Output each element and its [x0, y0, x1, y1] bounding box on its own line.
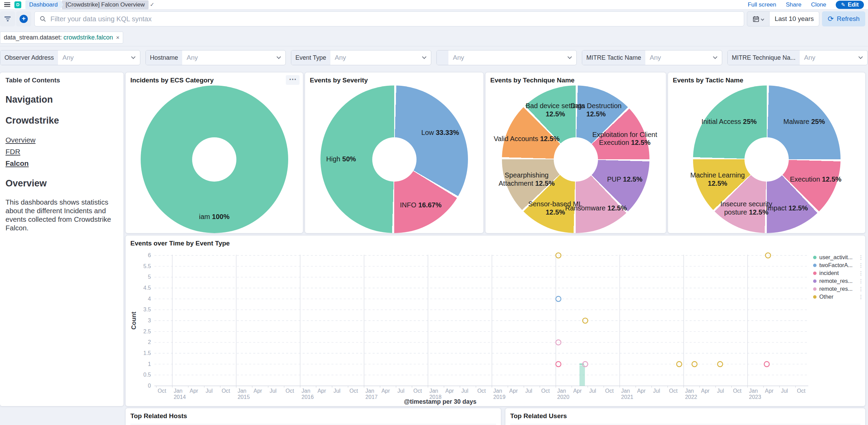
legend-label: remote_res... [819, 278, 856, 284]
control-value: Any [182, 54, 277, 61]
chevron-down-icon [713, 55, 717, 59]
svg-text:1.5: 1.5 [143, 350, 151, 356]
header-divider [0, 46, 868, 46]
control-dropdown-mitre-tactic-name[interactable]: MITRE Tactic Name Any [582, 50, 722, 65]
donut-chart[interactable]: Data Destruction 12.5%Exploitation for C… [502, 85, 649, 233]
refresh-button[interactable]: ⟳ Refresh [822, 11, 865, 26]
svg-text:Jan: Jan [621, 388, 630, 394]
control-dropdown-event-type[interactable]: Event Type Any [291, 50, 431, 65]
svg-text:Apr: Apr [317, 388, 326, 394]
svg-text:Jan: Jan [302, 388, 310, 394]
legend-item-remoteres[interactable]: remote_res... ⋮ [813, 285, 863, 293]
svg-text:1: 1 [148, 361, 151, 367]
svg-text:Jan: Jan [493, 388, 502, 394]
breadcrumb-dashboard[interactable]: Dashboard [25, 0, 63, 9]
svg-text:Jan: Jan [749, 388, 758, 394]
legend-actions-icon[interactable]: ⋮ [858, 294, 863, 300]
control-label: Event Type [291, 50, 330, 65]
svg-text:Jul: Jul [781, 388, 788, 394]
legend-actions-icon[interactable]: ⋮ [858, 262, 863, 268]
svg-text:Oct: Oct [605, 388, 614, 394]
control-value: Any [800, 54, 859, 61]
svg-text:Jan: Jan [237, 388, 246, 394]
svg-text:Apr: Apr [701, 388, 710, 394]
remove-filter-icon[interactable]: × [116, 34, 119, 41]
add-filter-button[interactable]: + [16, 11, 31, 26]
toc-link-fdr[interactable]: FDR [5, 147, 118, 156]
legend-item-twofactora[interactable]: twoFactorA... ⋮ [813, 261, 863, 269]
full-screen-link[interactable]: Full screen [748, 1, 776, 8]
legend-actions-icon[interactable]: ⋮ [858, 270, 863, 276]
svg-text:2023: 2023 [749, 394, 761, 400]
control-dropdown-hostname[interactable]: Hostname Any [145, 50, 286, 65]
svg-text:2022: 2022 [685, 394, 697, 400]
legend-actions-icon[interactable]: ⋮ [858, 278, 863, 284]
svg-text:Count: Count [130, 312, 137, 330]
divider [130, 424, 496, 424]
control-dropdown-3[interactable]: Any [436, 50, 577, 65]
chevron-down-icon [131, 55, 136, 59]
svg-text:2021: 2021 [621, 394, 633, 400]
legend-item-remoteres[interactable]: remote_res... ⋮ [813, 277, 863, 285]
events-over-time-chart[interactable]: 00.511.522.533.544.555.56OctJan2014AprJu… [129, 250, 812, 405]
donut-chart[interactable]: Low 33.33%INFO 16.67%High 50% [320, 85, 468, 233]
time-range-display[interactable]: Last 10 years [770, 11, 819, 26]
control-dropdown-mitre-technique-na[interactable]: MITRE Technique Na... Any [727, 50, 868, 65]
legend-label: Other [819, 294, 856, 300]
panel-title: Table of Contents [5, 77, 118, 84]
svg-text:4.5: 4.5 [143, 285, 151, 291]
panel-options-icon[interactable]: ⋯ [286, 75, 300, 85]
kql-search-box[interactable] [34, 11, 744, 26]
control-value: Any [645, 54, 714, 61]
toc-link-falcon[interactable]: Falcon [5, 159, 118, 168]
dashboard-logo[interactable]: D [14, 1, 21, 8]
svg-text:Jan: Jan [685, 388, 694, 394]
chevron-down-icon [858, 55, 863, 59]
svg-text:Jul: Jul [397, 388, 404, 394]
svg-text:5: 5 [148, 274, 151, 280]
control-label: Observer Address [0, 50, 58, 65]
clone-link[interactable]: Clone [811, 1, 826, 8]
panel-title: Top Related Users [505, 408, 865, 421]
legend-actions-icon[interactable]: ⋮ [858, 254, 863, 261]
legend-actions-icon[interactable]: ⋮ [858, 286, 863, 292]
control-label [437, 50, 448, 65]
svg-text:Jul: Jul [270, 388, 277, 394]
toc-link-overview[interactable]: Overview [5, 136, 118, 145]
toc-heading-crowdstrike: Crowdstrike [5, 115, 118, 126]
control-value: Any [330, 54, 423, 61]
panel-events-by-tactic-name: Events by Tactic Name Malware 25%Executi… [668, 72, 865, 233]
legend-label: user_activit... [819, 254, 856, 261]
edit-button[interactable]: ✎ Edit [836, 1, 864, 9]
kql-input[interactable] [50, 15, 739, 23]
date-quick-select-button[interactable] [747, 11, 770, 26]
query-bar: + Last 10 years ⟳ Refresh [0, 11, 865, 26]
svg-text:Jul: Jul [333, 388, 340, 394]
svg-text:Jul: Jul [525, 388, 532, 394]
panel-events-by-severity: Events by Severity Low 33.33%INFO 16.67%… [305, 72, 483, 233]
legend-item-incident[interactable]: incident ⋮ [813, 269, 863, 277]
filter-pill-dataset[interactable]: data_stream.dataset: crowdstrike.falcon … [0, 32, 123, 44]
refresh-icon: ⟳ [828, 15, 834, 23]
svg-text:Oct: Oct [350, 388, 358, 394]
pencil-icon: ✎ [841, 2, 845, 8]
donut-chart[interactable]: Malware 25%Execution 12.5%Impact 12.5%In… [693, 85, 841, 233]
svg-text:2019: 2019 [493, 394, 506, 400]
donut-chart[interactable]: iam 100% [141, 85, 288, 233]
share-link[interactable]: Share [786, 1, 801, 8]
svg-text:3: 3 [148, 318, 151, 323]
svg-text:Jan: Jan [557, 388, 566, 394]
panel-title: Top Related Hosts [126, 408, 501, 421]
legend-item-other[interactable]: Other ⋮ [813, 293, 863, 301]
svg-text:2020: 2020 [557, 394, 570, 400]
toc-description: This dashboards shows statistics about t… [5, 198, 118, 232]
control-dropdown-observer-address[interactable]: Observer Address Any [0, 50, 140, 65]
legend-item-useractivit[interactable]: user_activit... ⋮ [813, 253, 863, 261]
filter-icon [4, 16, 11, 21]
svg-text:Jul: Jul [461, 388, 468, 394]
table-of-contents-panel: Table of Contents Navigation Crowdstrike… [0, 72, 124, 406]
divider [510, 424, 860, 424]
menu-icon[interactable] [4, 2, 10, 7]
control-value: Any [58, 54, 132, 61]
filter-menu-button[interactable] [0, 11, 15, 26]
